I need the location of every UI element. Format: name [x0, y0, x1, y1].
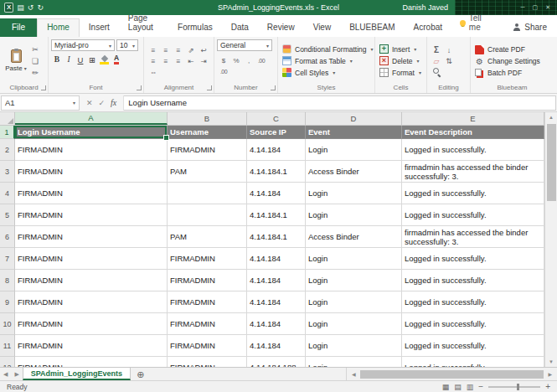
- scroll-right-icon[interactable]: ▶: [545, 372, 554, 377]
- cell-D11[interactable]: Login: [306, 335, 402, 357]
- cell-E11[interactable]: Logged in successfully.: [402, 335, 544, 357]
- increase-decimal-icon[interactable]: .00: [256, 56, 266, 66]
- zoom-in-icon[interactable]: +: [545, 382, 550, 391]
- change-settings-button[interactable]: Change Settings: [473, 56, 551, 67]
- row-header-6[interactable]: 6: [0, 226, 15, 248]
- format-button[interactable]: Format▾: [378, 67, 424, 78]
- row-header-12[interactable]: 12: [0, 357, 15, 367]
- conditional-formatting-button[interactable]: Conditional Formatting▾: [281, 44, 372, 54]
- cell-E10[interactable]: Logged in successfully.: [402, 313, 544, 335]
- underline-button[interactable]: U: [76, 55, 85, 64]
- name-box[interactable]: A1▾: [1, 95, 80, 111]
- close-button-icon[interactable]: ✕: [545, 0, 550, 15]
- cell-B12[interactable]: FIRMADMIN: [168, 357, 247, 367]
- tab-insert[interactable]: Insert: [80, 18, 119, 37]
- cell-A6[interactable]: FIRMADMIN: [15, 226, 168, 248]
- vertical-scrollbar[interactable]: ▲ ▼: [544, 112, 557, 367]
- cell-D1[interactable]: Event: [306, 126, 402, 139]
- cell-E12[interactable]: Logged in successfully.: [402, 357, 544, 367]
- scroll-left-icon[interactable]: ◀: [349, 372, 358, 377]
- row-header-3[interactable]: 3: [0, 161, 15, 183]
- cell-D6[interactable]: Access Binder: [306, 226, 402, 248]
- insert-button[interactable]: Insert▾: [378, 44, 424, 54]
- enter-icon[interactable]: ✓: [99, 99, 106, 107]
- share-button[interactable]: Share: [503, 18, 557, 37]
- borders-button[interactable]: ⊞: [88, 55, 96, 64]
- cell-A1[interactable]: Login Username: [15, 126, 168, 139]
- font-name-select[interactable]: Myriad-pro▾: [51, 39, 115, 51]
- align-top-icon[interactable]: ≡: [148, 45, 158, 55]
- cell-A10[interactable]: FIRMADMIN: [15, 313, 168, 335]
- user-name[interactable]: Danish Javed: [402, 3, 448, 12]
- comma-icon[interactable]: ,: [244, 56, 254, 66]
- row-header-9[interactable]: 9: [0, 291, 15, 313]
- tab-review[interactable]: Review: [258, 18, 304, 37]
- cell-C4[interactable]: 4.14.184: [247, 183, 306, 204]
- decrease-decimal-icon[interactable]: .00: [219, 67, 229, 77]
- tab-home[interactable]: Home: [37, 18, 80, 37]
- excel-logo-icon[interactable]: X: [4, 3, 13, 13]
- sheet-nav-left-icon[interactable]: ◀: [0, 371, 11, 378]
- row-header-4[interactable]: 4: [0, 183, 15, 204]
- cell-D10[interactable]: Login: [306, 313, 402, 335]
- cell-A2[interactable]: FIRMADMIN: [15, 139, 168, 161]
- cell-A3[interactable]: FIRMADMIN: [15, 161, 168, 183]
- cell-D4[interactable]: Login: [306, 183, 402, 204]
- tab-file[interactable]: File: [0, 18, 37, 37]
- column-header-C[interactable]: C: [247, 112, 306, 125]
- cell-styles-button[interactable]: Cell Styles▾: [281, 67, 372, 78]
- format-as-table-button[interactable]: Format as Table▾: [281, 55, 372, 66]
- column-header-B[interactable]: B: [168, 112, 247, 125]
- align-center-icon[interactable]: ≡: [161, 56, 171, 66]
- cell-B11[interactable]: FIRMADMIN: [168, 335, 247, 357]
- formula-content[interactable]: Login Username: [124, 95, 556, 111]
- redo-icon[interactable]: ↻: [37, 0, 44, 15]
- number-dialog-launcher-icon[interactable]: [271, 85, 276, 90]
- page-layout-view-icon[interactable]: ▤: [454, 383, 462, 391]
- cell-B9[interactable]: FIRMADMIN: [168, 291, 247, 313]
- percent-icon[interactable]: %: [231, 56, 241, 66]
- zoom-out-icon[interactable]: −: [478, 382, 483, 391]
- row-header-2[interactable]: 2: [0, 139, 15, 161]
- batch-pdf-button[interactable]: Batch PDF: [473, 68, 551, 78]
- orientation-icon[interactable]: ⇗: [186, 45, 196, 55]
- align-middle-icon[interactable]: ≡: [161, 45, 171, 55]
- row-header-11[interactable]: 11: [0, 335, 15, 357]
- horizontal-scroll-thumb[interactable]: [360, 370, 544, 379]
- horizontal-scrollbar[interactable]: ◀ ▶: [346, 368, 557, 380]
- cell-C11[interactable]: 4.14.184: [247, 335, 306, 357]
- fill-color-button[interactable]: [100, 55, 109, 64]
- minimize-button-icon[interactable]: ─: [521, 0, 525, 15]
- cell-C7[interactable]: 4.14.184: [247, 248, 306, 270]
- cell-C2[interactable]: 4.14.184: [247, 139, 306, 161]
- cell-B2[interactable]: FIRMADMIN: [168, 139, 247, 161]
- cell-B4[interactable]: [168, 183, 247, 204]
- cell-C3[interactable]: 4.14.184.1: [247, 161, 306, 183]
- cell-C9[interactable]: 4.14.184: [247, 291, 306, 313]
- new-sheet-button[interactable]: ⊕: [131, 368, 150, 381]
- cut-icon[interactable]: ✂: [30, 44, 40, 54]
- align-right-icon[interactable]: ≡: [173, 56, 183, 66]
- clear-icon[interactable]: ▱: [431, 56, 441, 66]
- cell-D3[interactable]: Access Binder: [306, 161, 402, 183]
- column-header-A[interactable]: A: [15, 112, 168, 125]
- cell-C5[interactable]: 4.14.184.1: [247, 204, 306, 226]
- scroll-down-icon[interactable]: ▼: [549, 357, 554, 367]
- font-color-button[interactable]: A: [112, 54, 121, 64]
- sheet-tab[interactable]: SPAdmin_LoggingEvents: [23, 368, 131, 380]
- tab-acrobat[interactable]: Acrobat: [405, 18, 451, 37]
- indent-decrease-icon[interactable]: ⇤: [186, 56, 196, 66]
- cell-D8[interactable]: Login: [306, 270, 402, 291]
- cell-A8[interactable]: FIRMADMIN: [15, 270, 168, 291]
- delete-button[interactable]: Delete▾: [378, 55, 424, 66]
- cell-B7[interactable]: FIRMADMIN: [168, 248, 247, 270]
- column-header-E[interactable]: E: [402, 112, 544, 125]
- restore-button-icon[interactable]: ▢: [533, 0, 539, 15]
- column-header-D[interactable]: D: [306, 112, 402, 125]
- align-bottom-icon[interactable]: ≡: [173, 45, 183, 55]
- cell-E5[interactable]: Logged in successfully.: [402, 204, 544, 226]
- tab-bluebeam[interactable]: BLUEBEAM: [340, 18, 404, 37]
- cell-A12[interactable]: FIRMADMIN: [15, 357, 168, 367]
- cell-E8[interactable]: Logged in successfully.: [402, 270, 544, 291]
- format-painter-icon[interactable]: ✏: [30, 68, 40, 78]
